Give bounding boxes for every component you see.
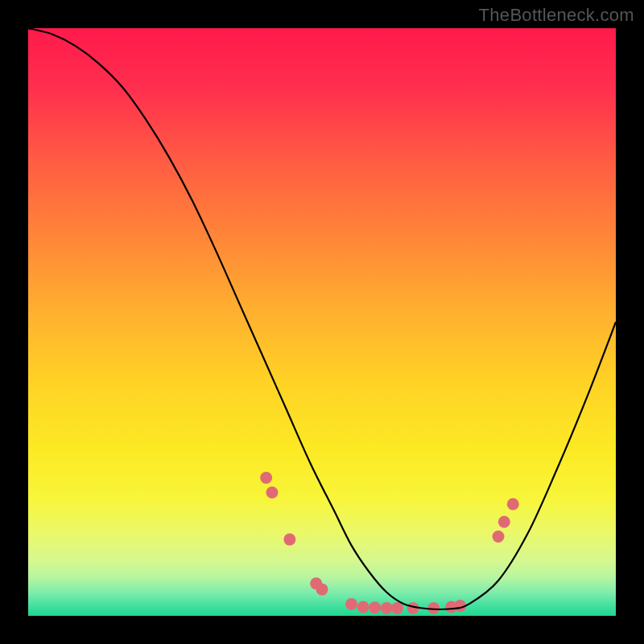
highlight-dot xyxy=(369,601,381,613)
highlight-dot xyxy=(357,601,369,613)
highlight-dot xyxy=(498,516,510,528)
highlight-dot xyxy=(381,602,393,614)
highlight-dot xyxy=(316,584,328,596)
bottleneck-curve xyxy=(28,28,616,609)
highlight-dots xyxy=(260,472,519,614)
highlight-dot xyxy=(283,534,295,546)
watermark-text: TheBottleneck.com xyxy=(479,5,634,26)
chart-stage: TheBottleneck.com xyxy=(0,0,644,644)
highlight-dot xyxy=(493,530,505,543)
curve-layer xyxy=(28,28,616,616)
highlight-dot xyxy=(391,602,403,614)
plot-area xyxy=(28,28,616,616)
highlight-dot xyxy=(345,598,357,610)
highlight-dot xyxy=(507,498,519,510)
highlight-dot xyxy=(260,472,272,484)
highlight-dot xyxy=(266,486,278,498)
